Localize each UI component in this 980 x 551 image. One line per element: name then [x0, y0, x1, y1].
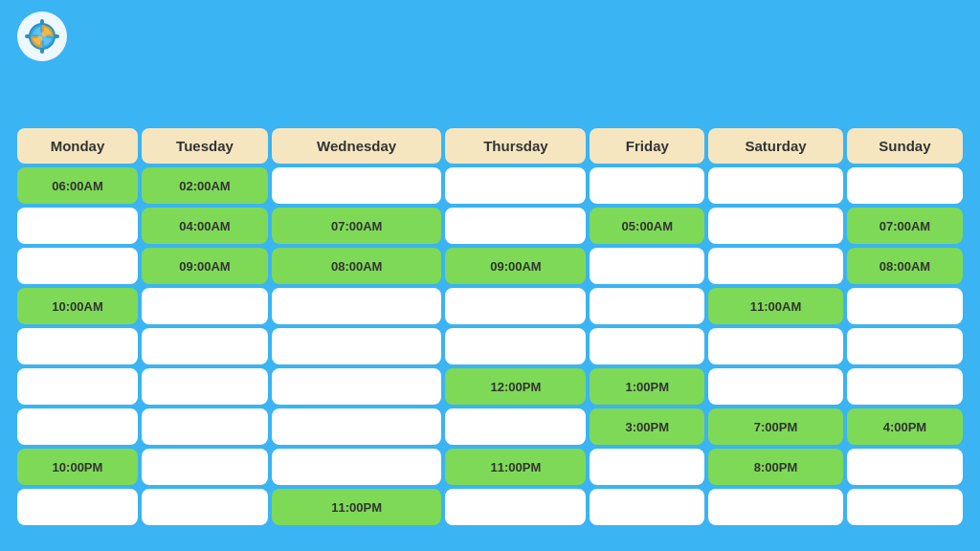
table-cell — [590, 449, 704, 485]
table-cell — [445, 328, 586, 364]
table-cell — [17, 408, 138, 445]
table-cell — [708, 489, 843, 525]
table-cell: 8:00PM — [708, 449, 843, 485]
table-cell — [445, 208, 586, 244]
table-row: 3:00PM7:00PM4:00PM — [17, 408, 963, 445]
table-cell — [445, 408, 586, 445]
table-cell: 7:00PM — [708, 408, 843, 445]
table-cell — [847, 449, 963, 485]
table-cell — [142, 408, 268, 445]
logo — [17, 11, 67, 61]
table-cell — [847, 167, 963, 204]
table-cell — [272, 328, 441, 364]
table-cell — [142, 368, 268, 405]
table-cell — [272, 368, 441, 405]
table-cell — [17, 208, 138, 244]
column-header-monday: Monday — [17, 128, 138, 164]
table-cell: 04:00AM — [142, 208, 268, 244]
table-cell: 09:00AM — [445, 248, 586, 284]
table-cell — [142, 288, 268, 324]
table-header-row: MondayTuesdayWednesdayThursdayFridaySatu… — [17, 128, 963, 164]
table-cell — [847, 489, 963, 525]
table-row: 09:00AM08:00AM09:00AM08:00AM — [17, 248, 963, 284]
table-cell — [590, 288, 704, 324]
table-cell — [272, 449, 441, 485]
table-cell: 1:00PM — [590, 368, 704, 405]
table-row: 10:00PM11:00PM8:00PM — [17, 449, 963, 485]
table-cell: 08:00AM — [272, 248, 441, 284]
table-cell — [142, 489, 268, 525]
table-cell — [445, 167, 586, 204]
table-row: 11:00PM — [17, 489, 963, 525]
column-header-friday: Friday — [590, 128, 704, 164]
table-cell — [708, 167, 843, 204]
table-cell — [590, 328, 704, 364]
table-cell: 07:00AM — [272, 208, 441, 244]
table-cell — [17, 368, 138, 405]
table-cell — [847, 368, 963, 405]
table-cell — [142, 449, 268, 485]
table-cell — [272, 408, 441, 445]
table-cell — [708, 208, 843, 244]
column-header-tuesday: Tuesday — [142, 128, 268, 164]
table-cell: 4:00PM — [847, 408, 963, 445]
column-header-saturday: Saturday — [708, 128, 843, 164]
table-cell: 10:00AM — [17, 288, 138, 324]
table-cell — [708, 368, 843, 405]
table-cell: 07:00AM — [847, 208, 963, 244]
schedule-table: MondayTuesdayWednesdayThursdayFridaySatu… — [13, 124, 967, 529]
table-row — [17, 328, 963, 364]
table-cell: 11:00AM — [708, 288, 843, 324]
table-row: 04:00AM07:00AM05:00AM07:00AM — [17, 208, 963, 244]
table-row: 12:00PM1:00PM — [17, 368, 963, 405]
table-cell: 12:00PM — [445, 368, 586, 405]
table-cell — [17, 489, 138, 525]
table-cell: 06:00AM — [17, 167, 138, 204]
table-cell — [445, 489, 586, 525]
table-cell — [590, 248, 704, 284]
table-cell — [847, 288, 963, 324]
table-cell: 09:00AM — [142, 248, 268, 284]
table-cell — [708, 328, 843, 364]
table-cell — [445, 288, 586, 324]
table-row: 06:00AM02:00AM — [17, 167, 963, 204]
table-cell — [272, 288, 441, 324]
column-header-thursday: Thursday — [445, 128, 586, 164]
schedule-table-container: MondayTuesdayWednesdayThursdayFridaySatu… — [13, 124, 967, 541]
column-header-wednesday: Wednesday — [272, 128, 441, 164]
table-cell — [17, 328, 138, 364]
table-cell — [272, 167, 441, 204]
table-cell: 3:00PM — [590, 408, 704, 445]
table-cell: 08:00AM — [847, 248, 963, 284]
column-header-sunday: Sunday — [847, 128, 963, 164]
table-cell — [17, 248, 138, 284]
table-cell — [847, 328, 963, 364]
table-cell — [590, 167, 704, 204]
table-row: 10:00AM11:00AM — [17, 288, 963, 324]
table-cell — [142, 328, 268, 364]
table-cell — [590, 489, 704, 525]
table-cell: 10:00PM — [17, 449, 138, 485]
table-cell: 11:00PM — [272, 489, 441, 525]
table-cell: 05:00AM — [590, 208, 704, 244]
table-cell: 11:00PM — [445, 449, 586, 485]
table-cell — [708, 248, 843, 284]
table-cell: 02:00AM — [142, 167, 268, 204]
